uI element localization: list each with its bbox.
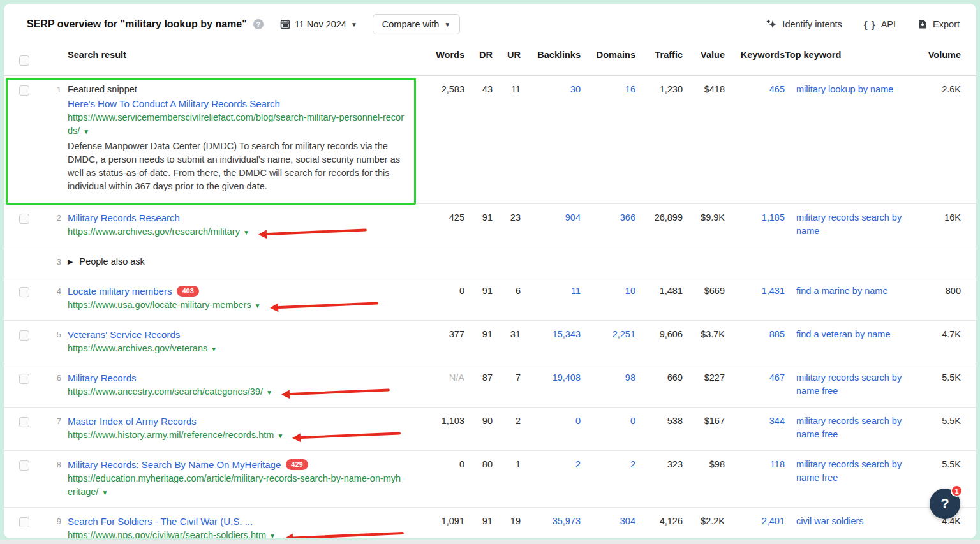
table-header-row: Search result Words DR UR Backlinks Doma… [4,42,976,76]
backlinks-link[interactable]: 0 [521,408,581,436]
row-checkbox[interactable] [19,460,29,471]
traffic-value: 4,126 [635,508,683,536]
row-position: 1 [41,76,68,107]
serp-results-table: 1 Featured snippet Here's How To Conduct… [4,76,976,538]
col-ur: UR [493,42,521,68]
row-checkbox[interactable] [19,214,29,224]
ur-value: 23 [493,204,521,232]
notification-badge: 1 [951,485,963,497]
ur-value: 19 [493,508,521,536]
result-url: https://www.nps.gov/civilwar/search-sold… [68,530,266,538]
compare-with-button[interactable]: Compare with ▼ [373,14,460,34]
row-position: 5 [41,321,68,349]
keywords-link[interactable]: 465 [725,76,785,107]
export-button[interactable]: Export [917,19,960,29]
row-checkbox[interactable] [19,417,29,427]
domains-link[interactable]: 98 [581,364,635,392]
keywords-link[interactable]: 1,185 [725,204,785,232]
url-dropdown-caret-icon[interactable]: ▼ [211,346,217,353]
url-dropdown-caret-icon[interactable]: ▼ [269,533,276,538]
result-url: https://www.archives.gov/veterans [68,343,207,353]
url-dropdown-caret-icon[interactable]: ▼ [255,302,261,309]
domains-link[interactable]: 2 [581,451,635,479]
people-also-ask-toggle[interactable]: ▶ People also ask [68,255,406,268]
backlinks-link[interactable]: 19,408 [521,364,581,392]
top-keyword-link[interactable]: military lookup by name [796,84,893,94]
col-words: Words [424,42,464,68]
keywords-link[interactable]: 2,401 [725,508,785,536]
arrow-line [266,228,367,235]
words-value: 377 [424,321,464,349]
export-icon [917,19,928,29]
table-row-people-also-ask: 3 ▶ People also ask [4,247,976,277]
row-checkbox[interactable] [19,287,29,297]
url-dropdown-caret-icon[interactable]: ▼ [266,389,272,396]
url-dropdown-caret-icon[interactable]: ▼ [243,229,249,236]
toolbar: SERP overview for "military lookup by na… [4,4,976,42]
backlinks-link[interactable]: 904 [521,204,581,232]
volume-value: 5.5K [911,408,961,436]
backlinks-link[interactable]: 11 [521,277,581,305]
domains-link[interactable]: 2,251 [581,321,635,349]
backlinks-link[interactable]: 2 [521,451,581,479]
result-title-link[interactable]: Military Records [68,371,137,385]
row-checkbox[interactable] [19,517,29,527]
identify-intents-label: Identify intents [782,19,842,29]
result-title-link[interactable]: Veterans' Service Records [68,328,180,341]
result-title-link[interactable]: Search For Soldiers - The Civil War (U.S… [68,515,253,528]
domains-link[interactable]: 10 [581,277,635,305]
table-row: 9 Search For Soldiers - The Civil War (U… [4,508,976,538]
backlinks-link[interactable]: 15,343 [521,321,581,349]
keywords-link[interactable]: 1,431 [725,277,785,305]
api-button[interactable]: { } API [864,19,896,30]
dr-value: 87 [464,364,493,392]
traffic-value-usd: $669 [683,277,725,305]
sparkle-icon [766,19,777,30]
domains-link[interactable]: 16 [581,76,635,107]
ur-value: 1 [493,451,521,479]
url-dropdown-caret-icon[interactable]: ▼ [277,432,283,439]
result-title-link[interactable]: Military Records: Search By Name On MyHe… [68,458,281,471]
identify-intents-button[interactable]: Identify intents [766,19,842,30]
keywords-link[interactable]: 467 [725,364,785,392]
keywords-link[interactable]: 118 [725,451,785,479]
top-keyword-link[interactable]: civil war soldiers [796,516,864,526]
top-keyword-link[interactable]: military records search by name free [796,372,902,396]
date-picker[interactable]: 11 Nov 2024 ▼ [280,19,357,29]
backlinks-link[interactable]: 35,973 [521,508,581,536]
ur-value: 6 [493,277,521,305]
volume-value: 16K [911,204,961,232]
backlinks-link[interactable]: 30 [521,76,581,107]
top-keyword-link[interactable]: military records search by name free [796,459,902,483]
result-title-link[interactable]: Here's How To Conduct A Military Records… [68,97,280,110]
keywords-link[interactable]: 344 [725,408,785,436]
col-dr: DR [464,42,493,68]
table-row: 4 Locate military members 403 https://ww… [4,277,976,321]
red-arrow-annotation [281,385,390,399]
dr-value: 80 [464,451,493,479]
url-dropdown-caret-icon[interactable]: ▼ [83,128,89,135]
result-title-link[interactable]: Master Index of Army Records [68,415,197,428]
keywords-link[interactable]: 885 [725,321,785,349]
row-checkbox[interactable] [19,374,29,384]
page-title: SERP overview for "military lookup by na… [27,18,247,30]
top-keyword-link[interactable]: military records search by name [796,212,902,236]
select-all-checkbox[interactable] [19,55,29,66]
domains-link[interactable]: 304 [581,508,635,536]
result-title-link[interactable]: Locate military members [68,284,172,298]
top-keyword-link[interactable]: find a veteran by name [796,329,891,339]
row-checkbox[interactable] [19,85,29,96]
help-tooltip-icon[interactable]: ? [253,19,264,29]
top-keyword-link[interactable]: find a marine by name [796,286,887,296]
help-button[interactable]: ? 1 [930,489,960,519]
domains-link[interactable]: 366 [581,204,635,232]
traffic-value-usd: $3.7K [683,321,725,349]
arrow-line [300,432,401,439]
result-title-link[interactable]: Military Records Research [68,211,180,224]
url-dropdown-caret-icon[interactable]: ▼ [101,489,108,496]
volume-value: 5.5K [911,451,961,479]
domains-link[interactable]: 0 [581,408,635,436]
row-checkbox[interactable] [19,330,29,341]
traffic-value: 9,606 [635,321,683,349]
top-keyword-link[interactable]: military records search by name free [796,416,902,439]
